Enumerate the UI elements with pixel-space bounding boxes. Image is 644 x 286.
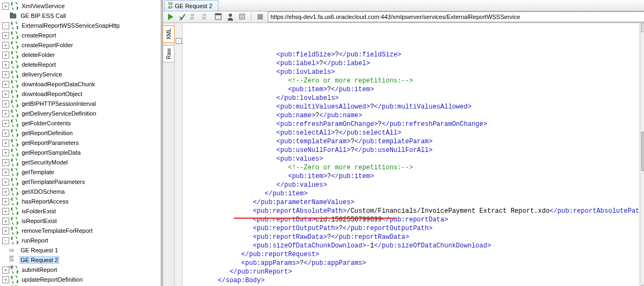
tree-item-op-runReport[interactable]: -runReport	[0, 236, 163, 245]
tree-item-request-1[interactable]: SOAPGE Request 1	[0, 245, 163, 255]
expand-toggle[interactable]: -	[2, 22, 9, 29]
svg-point-61	[229, 14, 232, 17]
operation-icon	[10, 198, 19, 205]
tree-item-op-downloadReportObject[interactable]: +downloadReportObject	[0, 89, 163, 99]
tree-item-op-getXDOSchema[interactable]: +getXDOSchema	[0, 187, 163, 196]
tree-item-request-2[interactable]: SOAPGE Request 2	[0, 255, 163, 265]
tree-item-label: getTemplateParameters	[21, 179, 86, 185]
operation-icon	[10, 71, 19, 78]
tree-item-label: downloadReportDataChunk	[21, 81, 96, 87]
expand-toggle[interactable]: +	[2, 188, 9, 195]
navigator-tree[interactable]: +XmlViewServiceGE BIP ESS Call-ExternalR…	[0, 0, 163, 286]
operation-icon	[10, 168, 19, 176]
expand-toggle[interactable]: +	[2, 32, 9, 39]
fold-toggle[interactable]: -	[176, 38, 182, 44]
tree-item-op-isFolderExist[interactable]: +isFolderExist	[0, 206, 163, 216]
stop-button[interactable]	[256, 12, 265, 21]
attachments-button[interactable]	[238, 12, 247, 21]
vertical-scroll-thumb[interactable]	[641, 132, 644, 171]
expand-toggle[interactable]: +	[2, 120, 9, 127]
tree-item-op-getReportDefinition[interactable]: +getReportDefinition	[0, 128, 163, 138]
tree-item-op-removeTemplateForReport[interactable]: +removeTemplateForReport	[0, 226, 163, 236]
expand-toggle[interactable]: +	[2, 3, 9, 10]
expand-toggle[interactable]: -	[2, 237, 9, 244]
endpoint-url-input[interactable]	[268, 11, 644, 22]
expand-toggle[interactable]: +	[2, 130, 9, 137]
expand-toggle[interactable]: +	[2, 52, 9, 59]
expand-toggle[interactable]: +	[2, 100, 9, 107]
tree-item-op-getTemplateParameters[interactable]: +getTemplateParameters	[0, 177, 163, 187]
expand-toggle[interactable]: +	[2, 159, 9, 166]
tab-ge-request-2[interactable]: SOAP GE Request 2	[164, 0, 218, 11]
expand-toggle[interactable]: +	[2, 276, 9, 283]
tree-item-op-downloadReportDataChunk[interactable]: +downloadReportDataChunk	[0, 79, 163, 89]
expand-toggle[interactable]: +	[2, 61, 9, 68]
editor-left-sidetabs: XML Raw	[163, 23, 175, 286]
tree-item-label: downloadReportObject	[21, 91, 83, 97]
tree-item-op-deliveryService[interactable]: +deliveryService	[0, 69, 163, 79]
operation-icon	[10, 51, 19, 59]
xml-editor[interactable]: <pub:fieldSize>?</pub:fieldSize> <pub:la…	[183, 23, 640, 286]
tree-item-label: getDeliveryServiceDefinition	[21, 110, 98, 117]
tree-item-op-updateReportDefinition[interactable]: +updateReportDefinition	[0, 275, 163, 284]
expand-toggle[interactable]: +	[2, 149, 9, 156]
auth-button[interactable]	[226, 12, 235, 21]
operation-icon	[10, 227, 19, 234]
tree-item-op-getDeliveryServiceDefinition[interactable]: +getDeliveryServiceDefinition	[0, 109, 163, 118]
add-to-testcase-button[interactable]	[178, 12, 187, 21]
tree-item-label: GE Request 1	[20, 247, 59, 253]
expand-toggle[interactable]: +	[2, 139, 9, 147]
tree-item-label: getReportDefinition	[21, 130, 74, 136]
svg-marker-54	[168, 14, 173, 20]
vertical-scrollbar[interactable]	[640, 23, 644, 286]
operation-icon	[10, 129, 19, 137]
tree-item-xmlviewservice[interactable]: +XmlViewService	[0, 1, 163, 11]
expand-toggle[interactable]: +	[2, 169, 9, 176]
tree-item-op-getFolderContents[interactable]: +getFolderContents	[0, 118, 163, 128]
tree-item-project-folder[interactable]: GE BIP ESS Call	[0, 11, 163, 21]
expand-toggle[interactable]: +	[2, 227, 9, 234]
operation-icon	[10, 139, 19, 147]
expand-toggle[interactable]: +	[2, 208, 9, 215]
tree-item-label: ExternalReportWSSServiceSoapHttp	[21, 22, 121, 29]
operation-icon	[10, 149, 19, 156]
soap-icon-small-1[interactable]: SOAP	[190, 12, 199, 21]
tree-item-op-getSecurityModel[interactable]: +getSecurityModel	[0, 157, 163, 167]
xml-view-tab[interactable]: XML	[163, 26, 175, 43]
run-button[interactable]	[166, 12, 175, 21]
tree-item-service[interactable]: -ExternalReportWSSServiceSoapHttp	[0, 21, 163, 30]
tree-item-op-getReportSampleData[interactable]: +getReportSampleData	[0, 148, 163, 157]
toolbar-separator	[251, 12, 252, 21]
expand-toggle[interactable]: +	[2, 81, 9, 88]
tree-item-op-hasReportAccess[interactable]: +hasReportAccess	[0, 196, 163, 206]
expand-toggle[interactable]: +	[2, 179, 9, 186]
tree-item-op-getTemplate[interactable]: +getTemplate	[0, 167, 163, 177]
tree-item-op-getReportParameters[interactable]: +getReportParameters	[0, 138, 163, 148]
soap-request-icon: SOAP	[9, 256, 18, 264]
expand-toggle[interactable]: +	[2, 42, 9, 49]
tree-item-op-deleteReport[interactable]: +deleteReport	[0, 60, 163, 69]
operation-icon	[10, 80, 19, 88]
open-window-button[interactable]	[214, 12, 223, 21]
raw-view-tab[interactable]: Raw	[163, 45, 175, 62]
tree-item-label: createReport	[21, 32, 57, 39]
expand-toggle[interactable]: +	[2, 198, 9, 205]
tree-item-label: getReportParameters	[21, 139, 80, 146]
expand-toggle[interactable]: +	[2, 91, 9, 98]
tree-item-label: GE Request 2	[20, 256, 59, 264]
soap-icon-small-2[interactable]: SOAP	[202, 12, 211, 21]
tree-item-op-createReport[interactable]: +createReport	[0, 30, 163, 40]
operation-icon	[10, 61, 19, 68]
tree-item-op-submitReport[interactable]: +submitReport	[0, 265, 163, 275]
tree-item-op-getBIPHTTPSessionInterval[interactable]: +getBIPHTTPSessionInterval	[0, 99, 163, 109]
tree-item-op-isReportExist[interactable]: +isReportExist	[0, 216, 163, 226]
expand-toggle[interactable]: +	[2, 110, 9, 117]
tree-item-op-createReportFolder[interactable]: +createReportFolder	[0, 40, 163, 50]
expand-toggle[interactable]: +	[2, 71, 9, 78]
expand-spacer	[2, 257, 8, 263]
tree-item-label: XmlViewService	[21, 3, 66, 9]
expand-toggle[interactable]: +	[2, 218, 9, 225]
expand-toggle[interactable]: +	[2, 266, 9, 274]
tree-item-label: submitReport	[21, 266, 58, 273]
tree-item-op-deleteFolder[interactable]: +deleteFolder	[0, 50, 163, 60]
